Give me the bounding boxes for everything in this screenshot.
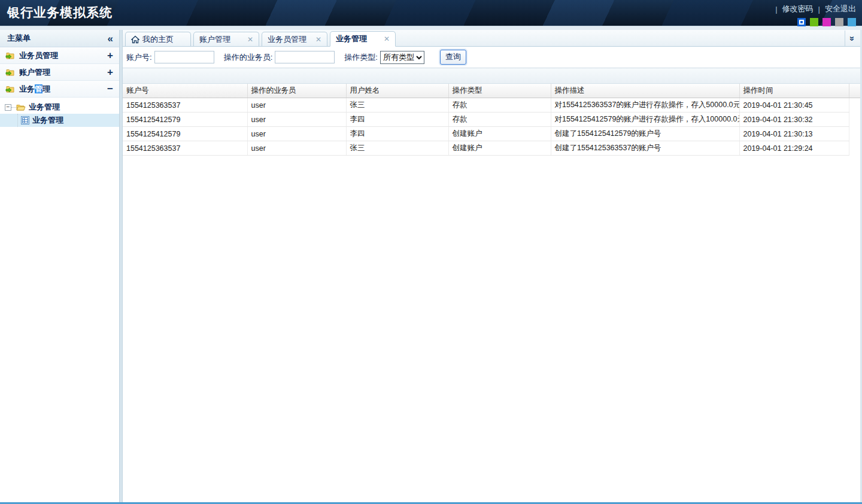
table-row[interactable]: 1554125412579user李四存款对1554125412579的账户进行… [123, 113, 860, 127]
top-header-bar: 银行业务模拟系统 | 修改密码 | 安全退出 [0, 0, 862, 26]
search-button[interactable]: 查询 [440, 50, 466, 65]
menu-label: 业务员管理 [19, 50, 58, 61]
table-cell: user [247, 113, 346, 127]
table-cell: 1554125412579 [123, 127, 247, 141]
tree-folder-label[interactable]: 业务管理 [29, 102, 60, 113]
double-chevron-down-icon: » [848, 36, 857, 41]
table-row[interactable]: 1554125363537user张三创建账户创建了1554125363537的… [123, 141, 860, 156]
column-header-操作时间[interactable]: 操作时间 [739, 84, 849, 98]
operator-label: 操作的业务员: [224, 52, 273, 63]
app-title: 银行业务模拟系统 [0, 0, 113, 21]
table-cell: 张三 [346, 141, 448, 156]
table-row[interactable]: 1554125363537user张三存款对1554125363537的账户进行… [123, 98, 860, 113]
top-links: | 修改密码 | 安全退出 [775, 4, 856, 14]
table-cell: 李四 [346, 113, 448, 127]
home-icon [131, 35, 139, 44]
tab-label: 账户管理 [199, 34, 230, 45]
theme-color-picker [797, 18, 856, 26]
tab-业务员管理[interactable]: 业务员管理✕ [262, 32, 327, 47]
table-cell: 对1554125412579的账户进行存款操作，存入100000.0元 [551, 113, 739, 127]
account-number-label: 账户号: [126, 52, 152, 63]
theme-swatch-magenta[interactable] [822, 18, 831, 26]
tab-close-icon[interactable]: ✕ [315, 36, 321, 43]
tree-leaf-label[interactable]: 业务管理 [32, 115, 63, 126]
menu-folder-arrow-icon [5, 84, 15, 94]
expand-icon[interactable]: + [107, 67, 113, 77]
sidebar-menu-账户管理[interactable]: 账户管理+ [0, 64, 119, 81]
table-cell-filler [849, 127, 860, 141]
table-cell: 创建了1554125412579的账户号 [551, 127, 739, 141]
table-cell: 2019-04-01 21:30:45 [739, 98, 849, 113]
body: 主菜单 « 业务员管理+账户管理+业务管理− − 业务管理 [0, 30, 862, 502]
column-header-操作的业务员[interactable]: 操作的业务员 [247, 84, 346, 98]
table-header-row: 账户号操作的业务员用户姓名操作类型操作描述操作时间 [123, 84, 860, 98]
datagrid: 账户号操作的业务员用户姓名操作类型操作描述操作时间 1554125363537u… [123, 84, 860, 502]
tab-label: 业务员管理 [268, 34, 306, 45]
tab-label: 我的主页 [142, 34, 174, 45]
tab-overflow-button[interactable]: » [845, 31, 860, 46]
operations-table: 账户号操作的业务员用户姓名操作类型操作描述操作时间 1554125363537u… [123, 84, 860, 156]
tree-node-folder[interactable]: − 业务管理 [0, 101, 119, 114]
table-cell: 对1554125363537的账户进行存款操作，存入50000.0元 [551, 98, 739, 113]
logout-link[interactable]: 安全退出 [825, 4, 856, 14]
theme-swatch-light-blue[interactable] [848, 18, 856, 26]
column-header-操作类型[interactable]: 操作类型 [448, 84, 551, 98]
table-cell: 2019-04-01 21:30:32 [739, 113, 849, 127]
table-cell: 1554125363537 [123, 98, 247, 113]
open-folder-icon [16, 102, 26, 112]
sidebar-tree: − 业务管理 [0, 98, 119, 127]
sidebar-title: 主菜单 [7, 33, 31, 44]
column-header-操作描述[interactable]: 操作描述 [551, 84, 739, 98]
tab-bar: 我的主页账户管理✕业务员管理✕业务管理✕ » [123, 30, 860, 47]
tab-账户管理[interactable]: 账户管理✕ [193, 32, 259, 47]
grid-icon [21, 116, 29, 125]
operation-type-select[interactable]: 所有类型 [380, 51, 424, 64]
menu-folder-arrow-icon [5, 51, 15, 60]
table-cell: 1554125363537 [123, 141, 247, 156]
table-cell: user [247, 141, 346, 156]
theme-swatch-gray[interactable] [835, 18, 843, 26]
expand-icon[interactable]: + [107, 50, 113, 60]
table-cell: 创建了1554125363537的账户号 [551, 141, 739, 156]
tab-close-icon[interactable]: ✕ [384, 35, 390, 42]
table-cell: user [247, 127, 346, 141]
table-row[interactable]: 1554125412579user李四创建账户创建了1554125412579的… [123, 127, 860, 141]
table-cell: 创建账户 [448, 141, 551, 156]
column-header-用户姓名[interactable]: 用户姓名 [346, 84, 448, 98]
operation-type-label: 操作类型: [344, 52, 378, 63]
tab-业务管理[interactable]: 业务管理✕ [330, 31, 396, 47]
table-cell: 李四 [346, 127, 448, 141]
tree-collapse-icon[interactable]: − [5, 104, 11, 111]
tree-connector [11, 107, 16, 108]
table-cell: user [247, 98, 346, 113]
table-cell: 2019-04-01 21:29:24 [739, 141, 849, 156]
column-header-账户号[interactable]: 账户号 [123, 84, 247, 98]
account-number-input[interactable] [154, 51, 214, 63]
tree-node-leaf-selected[interactable]: 业务管理 [0, 114, 119, 127]
selected-text: 管 [35, 84, 43, 93]
main-panel: 我的主页账户管理✕业务员管理✕业务管理✕ » 账户号: 操作的业务员: 操作类型… [123, 30, 862, 502]
change-password-link[interactable]: 修改密码 [782, 4, 814, 14]
table-cell: 1554125412579 [123, 113, 247, 127]
sidebar-menu-业务管理[interactable]: 业务管理− [0, 81, 119, 98]
link-separator: | [775, 5, 777, 14]
tab-我的主页[interactable]: 我的主页 [125, 32, 191, 47]
table-cell-filler [849, 113, 860, 127]
table-cell: 创建账户 [448, 127, 551, 141]
table-cell: 张三 [346, 98, 448, 113]
collapse-icon[interactable]: − [107, 84, 113, 94]
sidebar-menu-业务员管理[interactable]: 业务员管理+ [0, 47, 119, 64]
sidebar-collapse-icon[interactable]: « [108, 34, 113, 44]
sidebar: 主菜单 « 业务员管理+账户管理+业务管理− − 业务管理 [0, 30, 119, 502]
tree-indent-line [5, 114, 18, 127]
theme-swatch-blue[interactable] [797, 18, 806, 26]
theme-swatch-green[interactable] [810, 18, 818, 26]
app-window: 银行业务模拟系统 | 修改密码 | 安全退出 主菜单 « 业务员管理+账户管理+… [0, 0, 862, 504]
operator-input[interactable] [275, 51, 335, 63]
sidebar-header: 主菜单 « [0, 30, 119, 47]
table-cell-filler [849, 98, 860, 113]
tab-close-icon[interactable]: ✕ [247, 36, 253, 43]
table-cell: 存款 [448, 113, 551, 127]
menu-label: 账户管理 [19, 67, 50, 78]
column-header-filler [849, 84, 860, 98]
